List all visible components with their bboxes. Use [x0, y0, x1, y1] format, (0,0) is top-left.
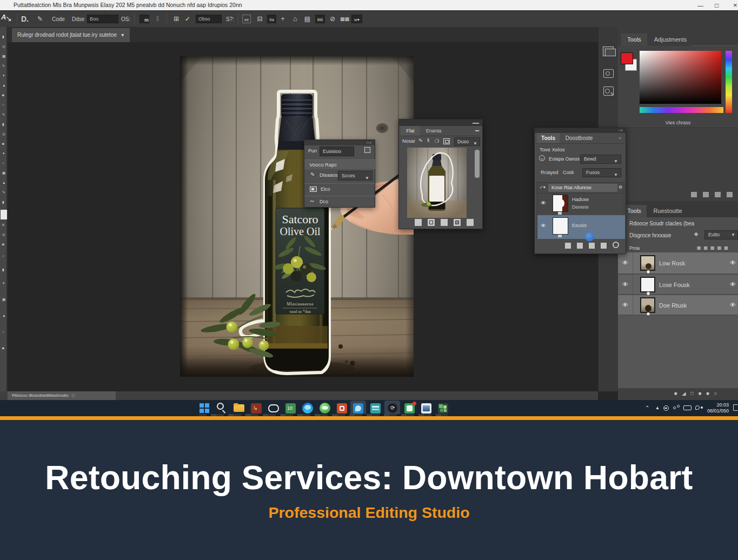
svg-text:Mlasiaaaaeoa: Mlasiaaaaeoa [287, 302, 314, 306]
svg-text:Satcoro: Satcoro [282, 212, 318, 226]
svg-text:soud us *dua: soud us *dua [289, 309, 311, 314]
svg-text:Olive Oil: Olive Oil [280, 225, 321, 237]
